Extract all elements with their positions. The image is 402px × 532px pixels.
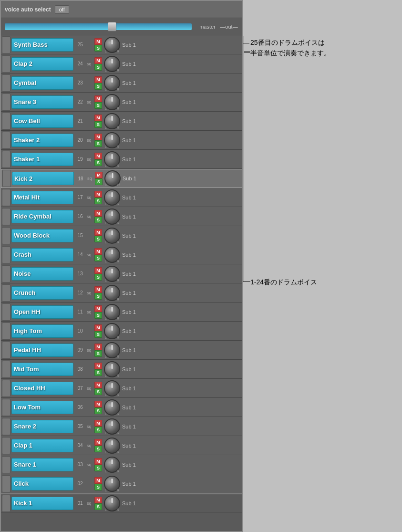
side-handle[interactable] [2, 265, 10, 282]
pan-knob[interactable]: LR [104, 342, 120, 358]
m-button[interactable]: M [94, 286, 102, 293]
s-button[interactable]: S [94, 503, 102, 510]
s-button[interactable]: S [94, 427, 102, 433]
off-button[interactable]: off [55, 5, 69, 14]
side-handle[interactable] [2, 418, 10, 435]
s-button[interactable]: S [94, 350, 102, 357]
channel-row[interactable]: Kick 218sqMSLRSub 1 [1, 169, 242, 188]
side-handle[interactable] [2, 151, 10, 168]
channel-name[interactable]: Noise [11, 267, 73, 281]
pan-knob[interactable]: LR [104, 361, 120, 377]
channel-row[interactable]: Open HH11sqMSLRSub 1 [1, 303, 242, 322]
side-handle[interactable] [2, 361, 10, 378]
channel-row[interactable]: Shaker 220sqMSLRSub 1 [1, 131, 242, 150]
side-handle[interactable] [2, 495, 10, 512]
s-button[interactable]: S [94, 217, 102, 223]
side-handle[interactable] [2, 170, 11, 187]
m-button[interactable]: M [94, 229, 102, 236]
pan-knob[interactable]: LR [104, 170, 121, 187]
channel-name[interactable]: High Tom [11, 324, 73, 338]
channel-name[interactable]: Open HH [11, 305, 73, 319]
channel-row[interactable]: Cow Bell21MSLRSub 1 [1, 112, 242, 131]
s-button[interactable]: S [94, 102, 102, 109]
channel-row[interactable]: Click02MSLRSub 1 [1, 474, 242, 493]
master-slider[interactable] [5, 23, 192, 30]
m-button[interactable]: M [94, 439, 102, 446]
m-button[interactable]: M [94, 210, 102, 217]
channel-name[interactable]: Kick 1 [11, 497, 73, 510]
s-button[interactable]: S [94, 255, 102, 261]
channel-name[interactable]: Cymbal [11, 76, 73, 90]
pan-knob[interactable]: LR [104, 438, 120, 454]
side-handle[interactable] [2, 208, 10, 225]
pan-knob[interactable]: LR [104, 113, 120, 129]
m-button[interactable]: M [94, 115, 102, 121]
m-button[interactable]: M [94, 344, 102, 350]
side-handle[interactable] [2, 227, 10, 244]
m-button[interactable]: M [94, 95, 102, 102]
channel-row[interactable]: High Tom10MSLRSub 1 [1, 322, 242, 341]
pan-knob[interactable]: LR [104, 151, 120, 167]
channel-name[interactable]: Ride Cymbal [11, 210, 73, 223]
s-button[interactable]: S [94, 465, 102, 471]
s-button[interactable]: S [94, 140, 102, 147]
channel-name[interactable]: Metal Hit [11, 191, 73, 204]
s-button[interactable]: S [94, 198, 102, 204]
s-button[interactable]: S [94, 331, 102, 338]
channel-name[interactable]: Wood Block [11, 229, 73, 242]
side-handle[interactable] [2, 399, 10, 416]
pan-knob[interactable]: LR [104, 285, 120, 301]
side-handle[interactable] [2, 456, 10, 473]
pan-knob[interactable]: LR [104, 247, 120, 263]
s-button[interactable]: S [95, 178, 103, 185]
s-button[interactable]: S [94, 83, 102, 90]
side-handle[interactable] [2, 94, 10, 111]
m-button[interactable]: M [95, 172, 103, 178]
pan-knob[interactable]: LR [104, 56, 120, 72]
pan-knob[interactable]: LR [104, 323, 120, 339]
m-button[interactable]: M [94, 305, 102, 312]
s-button[interactable]: S [94, 236, 102, 242]
s-button[interactable]: S [94, 64, 102, 71]
s-button[interactable]: S [94, 407, 102, 414]
s-button[interactable]: S [94, 312, 102, 319]
pan-knob[interactable]: LR [104, 75, 120, 91]
side-handle[interactable] [2, 74, 10, 92]
side-handle[interactable] [2, 189, 10, 206]
side-handle[interactable] [2, 113, 10, 130]
m-button[interactable]: M [94, 38, 102, 45]
side-handle[interactable] [2, 380, 10, 397]
channel-name[interactable]: Cow Bell [11, 115, 73, 128]
channel-name[interactable]: Shaker 1 [11, 153, 73, 166]
s-button[interactable]: S [94, 121, 102, 128]
m-button[interactable]: M [94, 458, 102, 465]
channel-row[interactable]: Crash14sqMSLRSub 1 [1, 245, 242, 264]
channel-name[interactable]: Crunch [11, 286, 73, 300]
pan-knob[interactable]: LR [104, 457, 120, 473]
channel-name[interactable]: Click [11, 477, 73, 490]
m-button[interactable]: M [94, 57, 102, 64]
channel-name[interactable]: Snare 3 [11, 95, 73, 109]
m-button[interactable]: M [94, 363, 102, 369]
side-handle[interactable] [2, 342, 10, 359]
m-button[interactable]: M [94, 267, 102, 274]
m-button[interactable]: M [94, 324, 102, 331]
s-button[interactable]: S [94, 446, 102, 452]
channel-row[interactable]: Low Tom06MSLRSub 1 [1, 398, 242, 417]
channel-row[interactable]: Clap 104sqMSLRSub 1 [1, 436, 242, 455]
side-handle[interactable] [2, 323, 10, 340]
s-button[interactable]: S [94, 45, 102, 52]
pan-knob[interactable]: LR [104, 132, 120, 148]
pan-knob[interactable]: LR [104, 266, 120, 282]
channel-row[interactable]: Pedal HH09sqMSLRSub 1 [1, 341, 242, 360]
channel-name[interactable]: Clap 1 [11, 439, 73, 452]
pan-knob[interactable]: LR [104, 399, 120, 416]
channel-row[interactable]: Mid Tom08MSLRSub 1 [1, 360, 242, 379]
m-button[interactable]: M [94, 134, 102, 140]
s-button[interactable]: S [94, 484, 102, 490]
channel-row[interactable]: Snare 103sqMSLRSub 1 [1, 455, 242, 474]
channel-name[interactable]: Clap 2 [11, 57, 73, 71]
pan-knob[interactable]: LR [104, 94, 120, 110]
side-handle[interactable] [2, 475, 10, 492]
channel-name[interactable]: Mid Tom [11, 363, 73, 376]
